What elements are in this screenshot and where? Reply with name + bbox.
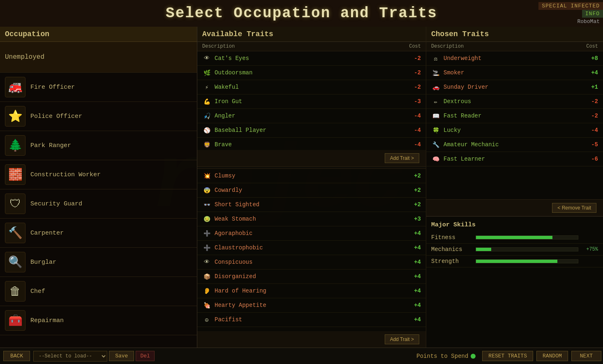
security-guard-icon: 🛡 [5,194,25,214]
next-button[interactable]: NEXT [571,351,601,361]
occupation-panel: Occupation Unemployed 🚒 Fire Officer ⭐ P… [0,27,197,348]
trait-cost-baseball-player: -4 [414,127,421,134]
save-button[interactable]: Save [109,351,134,361]
mechanics-label: Mechanics [431,246,472,253]
trait-conspicuous[interactable]: 👁 Conspicuous +4 [197,255,426,270]
trait-iron-gut[interactable]: 💪 Iron Gut -3 [197,94,426,109]
positive-trait-list: 👁 Cat's Eyes -2 🌿 Outdoorsman -2 ⚡ Wakef… [197,51,426,150]
skill-fitness: Fitness [426,232,603,244]
trait-hearty-appetite[interactable]: 🍖 Hearty Appetite +4 [197,298,426,313]
trait-angler[interactable]: 🎣 Angler -4 [197,109,426,123]
available-traits-col-headers: Description Cost [197,42,426,51]
burglar-icon: 🔍 [5,252,25,272]
available-traits-lower: 💥 Clumsy +2 😨 Cowardly +2 👓 Short Sighte… [197,169,426,348]
occupation-item-burglar[interactable]: 🔍 Burglar [0,248,197,277]
occupation-item-construction-worker[interactable]: 🧱 Construction Worker [0,160,197,189]
chosen-traits-header: Chosen Traits [426,27,603,42]
trait-weak-stomach[interactable]: 🤢 Weak Stomach +3 [197,212,426,226]
occupation-item-unemployed[interactable]: Unemployed [0,42,197,73]
trait-name-agoraphobic: Agoraphobic [215,230,414,237]
trait-hard-of-hearing[interactable]: 👂 Hard of Hearing +4 [197,284,426,298]
occupation-item-repairman[interactable]: 🧰 Repairman [0,306,197,335]
trait-disorganized[interactable]: 📦 Disorganized +4 [197,270,426,284]
occupation-item-police-officer[interactable]: ⭐ Police Officer [0,102,197,131]
random-button[interactable]: RANDOM [536,351,568,361]
fitness-bar [476,235,578,240]
reset-traits-button[interactable]: RESET TRAITS [482,351,533,361]
trait-pacifist[interactable]: ☮ Pacifist +4 [197,313,426,327]
trait-cats-eyes[interactable]: 👁 Cat's Eyes -2 [197,51,426,66]
trait-cost-clumsy: +2 [414,173,421,179]
del-button[interactable]: Del [136,351,154,361]
chosen-trait-lucky[interactable]: 🍀 Lucky -4 [426,123,603,138]
chosen-trait-sunday-driver[interactable]: 🚗 Sunday Driver +1 [426,80,603,94]
chosen-trait-dextrous[interactable]: ✏ Dextrous -2 [426,94,603,109]
chosen-trait-smoker[interactable]: 🚬 Smoker +4 [426,66,603,80]
iron-gut-icon: 💪 [202,97,211,106]
trait-cost-wakeful: -2 [414,84,421,90]
disorganized-icon: 📦 [202,272,211,281]
occupation-item-carpenter[interactable]: 🔨 Carpenter [0,219,197,248]
hearty-appetite-icon: 🍖 [202,301,211,310]
chosen-trait-fast-reader[interactable]: 📖 Fast Reader -2 [426,109,603,123]
chosen-trait-fast-learner[interactable]: 🧠 Fast Learner -6 [426,152,603,166]
trait-name-conspicuous: Conspicuous [215,259,414,265]
fitness-label: Fitness [431,234,472,241]
amateur-mechanic-icon: 🔧 [431,140,440,149]
major-skills-section: Major Skills Fitness Mechanics +75% Stre… [426,216,603,271]
trait-claustrophobic[interactable]: ➕ Claustrophobic +4 [197,241,426,255]
occupation-list: Unemployed 🚒 Fire Officer ⭐ Police Offic… [0,42,197,348]
trait-agoraphobic[interactable]: ➕ Agoraphobic +4 [197,226,426,241]
trait-short-sighted[interactable]: 👓 Short Sighted +2 [197,198,426,212]
trait-brave[interactable]: 🦁 Brave -4 [197,138,426,150]
points-to-spend: Points to Spend [416,353,476,359]
trait-cost-angler: -4 [414,113,421,119]
points-dot [471,354,476,359]
skill-strength: Strength [426,256,603,267]
add-trait-button-upper[interactable]: Add Trait > [385,153,419,163]
clumsy-icon: 💥 [202,171,211,180]
trait-clumsy[interactable]: 💥 Clumsy +2 [197,169,426,183]
info-badge[interactable]: INFO [582,10,603,18]
chosen-trait-underweight[interactable]: ⚖ Underweight +8 [426,51,603,66]
brave-icon: 🦁 [202,140,211,149]
occupation-name-chef: Chef [30,288,45,295]
load-select[interactable]: --Select to load-- [33,351,107,362]
occupation-name-park-ranger: Park Ranger [30,142,71,149]
occupation-item-park-ranger[interactable]: 🌲 Park Ranger [0,131,197,160]
fire-officer-icon: 🚒 [5,77,25,97]
trait-baseball-player[interactable]: ⚾ Baseball Player -4 [197,123,426,138]
chosen-trait-list: ⚖ Underweight +8 🚬 Smoker +4 🚗 Sunday Dr… [426,51,603,199]
chosen-name-sunday-driver: Sunday Driver [444,84,591,90]
wakeful-icon: ⚡ [202,83,211,92]
mechanics-pct: +75% [582,247,598,252]
add-trait-button-lower[interactable]: Add Trait > [385,334,419,344]
trait-cowardly[interactable]: 😨 Cowardly +2 [197,183,426,198]
trait-cost-brave: -4 [414,141,421,148]
fast-reader-icon: 📖 [431,111,440,120]
occupation-item-fire-officer[interactable]: 🚒 Fire Officer [0,73,197,102]
trait-outdoorsman[interactable]: 🌿 Outdoorsman -2 [197,66,426,80]
points-label: Points to Spend [416,353,468,359]
back-button[interactable]: BACK [3,351,30,361]
mechanics-fill [476,248,491,251]
trait-cost-hard-of-hearing: +4 [414,288,421,294]
weak-stomach-icon: 🤢 [202,214,211,223]
smoker-icon: 🚬 [431,68,440,77]
chosen-traits-title: Chosen Traits [431,30,489,38]
occupation-item-chef[interactable]: 🗑 Chef [0,277,197,306]
occupation-header: Occupation [0,27,197,42]
chosen-trait-amateur-mechanic[interactable]: 🔧 Amateur Mechanic -5 [426,138,603,152]
occupation-name-police-officer: Police Officer [30,113,82,120]
remove-trait-button[interactable]: < Remove Trait [552,203,596,213]
chef-icon: 🗑 [5,281,25,302]
occupation-item-security-guard[interactable]: 🛡 Security Guard [0,189,197,219]
available-traits-title: Available Traits [202,30,273,38]
available-traits-header: Available Traits [197,27,426,42]
chosen-name-dextrous: Dextrous [444,98,591,105]
outdoorsman-icon: 🌿 [202,68,211,77]
baseball-player-icon: ⚾ [202,126,211,135]
trait-name-clumsy: Clumsy [215,173,414,179]
strength-fill [476,260,557,263]
trait-wakeful[interactable]: ⚡ Wakeful -2 [197,80,426,94]
